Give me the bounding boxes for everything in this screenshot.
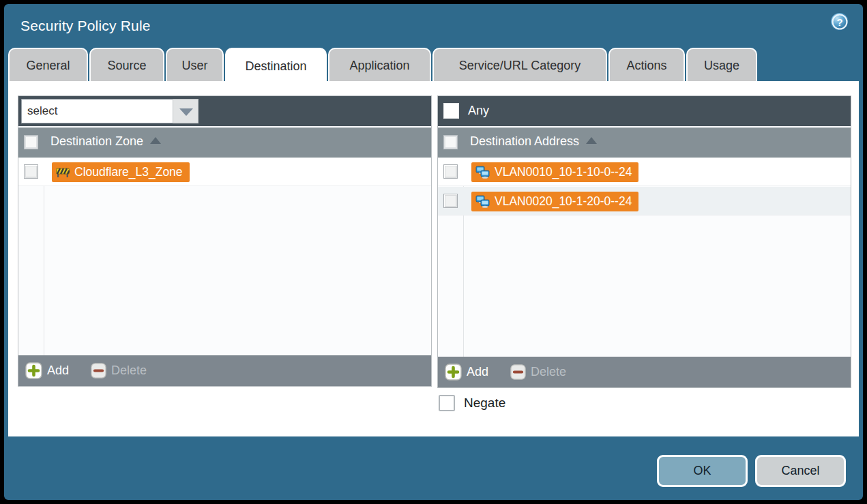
tab-user[interactable]: User xyxy=(166,48,224,82)
tab-label: General xyxy=(26,59,70,73)
tab-label: Actions xyxy=(626,59,666,73)
zone-row-checkbox[interactable] xyxy=(24,164,38,179)
address-chip[interactable]: VLAN0020_10-1-20-0--24 xyxy=(471,192,638,211)
tab-actions[interactable]: Actions xyxy=(608,48,685,82)
tab-bar: General Source User Destination Applicat… xyxy=(4,48,863,82)
zone-column-header: Destination Zone xyxy=(18,128,431,158)
address-name: VLAN0010_10-1-10-0--24 xyxy=(495,165,632,179)
address-footer-bar: Add Delete xyxy=(438,357,851,387)
tab-label: Source xyxy=(107,59,146,73)
address-row-vlan0020[interactable]: VLAN0020_10-1-20-0--24 xyxy=(438,187,851,216)
address-column-title[interactable]: Destination Address xyxy=(470,134,597,149)
svg-text:?: ? xyxy=(836,16,842,28)
address-column-header: Destination Address xyxy=(438,128,851,158)
sort-ascending-icon xyxy=(150,137,161,144)
tab-label: Usage xyxy=(704,59,739,73)
destination-tab-content: Destination Zone xyxy=(8,81,859,436)
negate-control: Negate xyxy=(439,395,505,411)
tab-label: Destination xyxy=(245,59,306,74)
any-checkbox[interactable] xyxy=(443,103,459,119)
plus-icon xyxy=(25,362,42,379)
address-row-checkbox[interactable] xyxy=(443,194,458,208)
negate-label: Negate xyxy=(464,396,505,411)
address-row-checkbox[interactable] xyxy=(443,164,458,179)
zone-column-label: Destination Zone xyxy=(50,134,143,148)
tab-general[interactable]: General xyxy=(8,48,88,82)
address-list: VLAN0010_10-1-10-0--24 xyxy=(438,158,851,358)
delete-label: Delete xyxy=(531,365,566,379)
dialog-title: Security Policy Rule xyxy=(20,18,151,34)
minus-icon xyxy=(510,364,526,380)
tab-label: User xyxy=(181,59,207,73)
ok-button[interactable]: OK xyxy=(657,455,748,487)
address-chip[interactable]: VLAN0010_10-1-10-0--24 xyxy=(471,162,638,182)
tab-service-url-category[interactable]: Service/URL Category xyxy=(432,48,607,82)
tab-usage[interactable]: Usage xyxy=(686,48,757,82)
zone-name: Cloudflare_L3_Zone xyxy=(74,165,183,179)
column-divider xyxy=(44,158,44,357)
tab-application[interactable]: Application xyxy=(328,48,431,82)
tab-label: Service/URL Category xyxy=(459,59,581,73)
address-add-button[interactable]: Add xyxy=(445,364,488,381)
address-row-vlan0010[interactable]: VLAN0010_10-1-10-0--24 xyxy=(438,158,851,186)
address-icon xyxy=(475,195,490,208)
address-select-all-checkbox[interactable] xyxy=(443,135,458,149)
tab-label: Application xyxy=(349,59,409,73)
destination-address-panel: Any Destination Address xyxy=(437,95,851,388)
zone-select-dropdown-button[interactable] xyxy=(173,99,199,123)
dialog-titlebar: Security Policy Rule ? xyxy=(4,4,863,48)
zone-icon xyxy=(56,166,70,178)
zone-footer-bar: Add Delete xyxy=(18,355,431,386)
screenshot-frame: Security Policy Rule ? xyxy=(0,0,867,504)
chevron-down-icon xyxy=(179,108,193,116)
minus-icon xyxy=(91,363,106,379)
address-icon xyxy=(475,166,490,179)
zone-row-cloudflare[interactable]: Cloudflare_L3_Zone xyxy=(18,158,431,186)
zone-list: Cloudflare_L3_Zone xyxy=(18,158,431,357)
destination-zone-panel: Destination Zone xyxy=(18,95,432,387)
sort-ascending-icon xyxy=(586,137,597,144)
address-name: VLAN0020_10-1-20-0--24 xyxy=(495,194,632,209)
any-bar: Any xyxy=(438,96,851,126)
delete-label: Delete xyxy=(111,364,147,378)
any-label: Any xyxy=(468,104,489,118)
help-icon[interactable]: ? xyxy=(830,12,849,31)
zone-select-input[interactable] xyxy=(21,99,173,123)
add-label: Add xyxy=(47,364,69,378)
negate-checkbox[interactable] xyxy=(439,395,455,411)
tab-source[interactable]: Source xyxy=(89,48,164,82)
zone-select-all-checkbox[interactable] xyxy=(24,135,38,149)
cancel-button[interactable]: Cancel xyxy=(755,455,846,487)
zone-add-button[interactable]: Add xyxy=(25,362,69,379)
ok-label: OK xyxy=(693,464,711,478)
zone-chip[interactable]: Cloudflare_L3_Zone xyxy=(52,162,190,182)
zone-select-bar xyxy=(18,96,431,126)
zone-delete-button[interactable]: Delete xyxy=(91,363,147,379)
plus-icon xyxy=(445,364,462,381)
zone-column-title[interactable]: Destination Zone xyxy=(50,134,161,149)
address-delete-button[interactable]: Delete xyxy=(510,364,566,380)
address-column-label: Destination Address xyxy=(470,134,579,148)
cancel-label: Cancel xyxy=(781,464,819,478)
add-label: Add xyxy=(467,365,488,379)
tab-destination[interactable]: Destination xyxy=(225,48,327,83)
security-policy-rule-dialog: Security Policy Rule ? xyxy=(4,4,863,500)
